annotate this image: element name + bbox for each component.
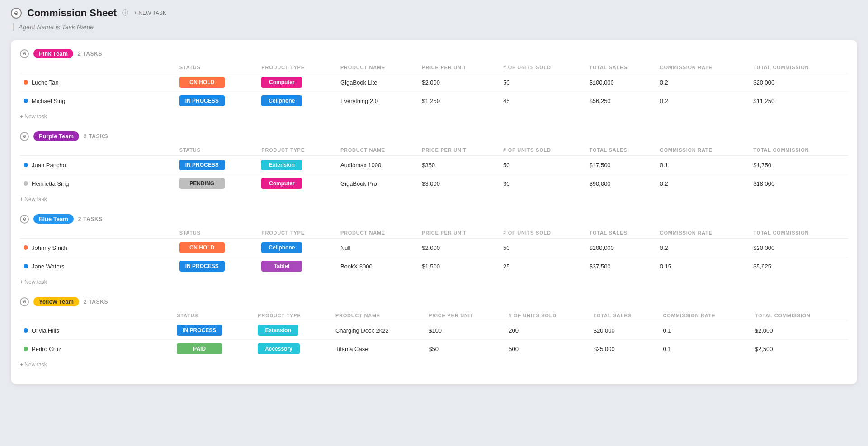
table-wrapper-purple-team: STATUSPRODUCT TYPEPRODUCT NAMEPRICE PER … (20, 145, 848, 192)
product-type-cell: Cellphone (258, 239, 337, 257)
commission-rate-cell: 0.2 (656, 239, 750, 257)
new-task-link-purple-team[interactable]: + New task (20, 195, 47, 203)
total-commission-cell: $20,000 (750, 239, 848, 257)
total-commission-cell: $20,000 (750, 73, 848, 92)
agent-name: Pedro Cruz (32, 346, 61, 352)
table-row: Jane WatersIN PROCESSTabletBookX 3000$1,… (20, 257, 848, 276)
product-type-badge[interactable]: Cellphone (261, 242, 302, 253)
info-icon[interactable]: ⓘ (122, 9, 128, 17)
group-label-purple-team: Purple Team (33, 131, 79, 141)
agent-name: Juan Pancho (32, 162, 66, 169)
new-task-link-yellow-team[interactable]: + New task (20, 361, 47, 369)
group-yellow-team: ⊖Yellow Team2 TASKSSTATUSPRODUCT TYPEPRO… (20, 297, 848, 369)
agent-dot (24, 80, 28, 85)
collapse-btn-yellow-team[interactable]: ⊖ (20, 297, 29, 306)
table-row: Henrietta SingPENDINGComputerGigaBook Pr… (20, 174, 848, 193)
page-collapse-button[interactable]: ⊖ (11, 8, 22, 19)
col-header-commission_rate: COMMISSION RATE (656, 227, 750, 239)
product-type-badge[interactable]: Computer (261, 178, 302, 189)
agent-name: Johnny Smith (32, 244, 67, 251)
col-header-price_per_unit: PRICE PER UNIT (418, 227, 500, 239)
collapse-btn-blue-team[interactable]: ⊖ (20, 215, 29, 224)
col-header-product_name: PRODUCT NAME (337, 227, 418, 239)
status-badge[interactable]: ON HOLD (179, 77, 225, 88)
col-header-status: STATUS (176, 145, 258, 156)
commission-rate-cell: 0.2 (656, 92, 750, 110)
group-header-purple-team: ⊖Purple Team2 TASKS (20, 131, 848, 141)
product-type-cell: Cellphone (258, 92, 337, 110)
col-header-product_type: PRODUCT TYPE (258, 227, 337, 239)
table-row: Juan PanchoIN PROCESSExtensionAudiomax 1… (20, 156, 848, 174)
col-header-total_sales: TOTAL SALES (586, 145, 656, 156)
table-row: Olivia HillsIN PROCESSExtensionCharging … (20, 321, 848, 340)
product-type-badge[interactable]: Cellphone (261, 95, 302, 106)
agent-cell-0-0: Lucho Tan (20, 73, 176, 92)
task-count-pink-team: 2 TASKS (78, 51, 102, 57)
col-header-price_per_unit: PRICE PER UNIT (425, 310, 505, 321)
task-count-yellow-team: 2 TASKS (84, 299, 108, 305)
status-cell: IN PROCESS (176, 156, 258, 174)
product-type-cell: Computer (258, 174, 337, 193)
price-per-unit-cell: $3,000 (418, 174, 500, 193)
status-badge[interactable]: ON HOLD (179, 242, 225, 253)
col-header-product_name: PRODUCT NAME (337, 62, 418, 73)
new-task-link-blue-team[interactable]: + New task (20, 278, 47, 286)
new-task-header-button[interactable]: + NEW TASK (134, 10, 166, 16)
col-header-total_commission: TOTAL COMMISSION (750, 227, 848, 239)
col-header-price_per_unit: PRICE PER UNIT (418, 62, 500, 73)
page-header: ⊖ Commission Sheet ⓘ + NEW TASK (11, 7, 857, 19)
col-header-units_sold: # OF UNITS SOLD (500, 62, 586, 73)
product-type-badge[interactable]: Extension (258, 325, 298, 336)
product-type-cell: Extension (254, 321, 332, 340)
units-sold-cell: 25 (500, 257, 586, 276)
col-header-commission_rate: COMMISSION RATE (656, 62, 750, 73)
table-pink-team: STATUSPRODUCT TYPEPRODUCT NAMEPRICE PER … (20, 62, 848, 110)
col-header-status: STATUS (173, 310, 254, 321)
product-type-badge[interactable]: Computer (261, 77, 302, 88)
total-commission-cell: $11,250 (750, 92, 848, 110)
price-per-unit-cell: $350 (418, 156, 500, 174)
status-badge[interactable]: IN PROCESS (179, 95, 225, 106)
group-label-yellow-team: Yellow Team (33, 297, 79, 306)
group-pink-team: ⊖Pink Team2 TASKSSTATUSPRODUCT TYPEPRODU… (20, 49, 848, 121)
commission-rate-cell: 0.1 (656, 156, 750, 174)
product-type-badge[interactable]: Extension (261, 160, 302, 170)
task-count-purple-team: 2 TASKS (84, 133, 108, 140)
group-purple-team: ⊖Purple Team2 TASKSSTATUSPRODUCT TYPEPRO… (20, 131, 848, 203)
status-badge[interactable]: IN PROCESS (177, 325, 222, 336)
total-sales-cell: $100,000 (586, 239, 656, 257)
product-type-cell: Computer (258, 73, 337, 92)
status-badge[interactable]: IN PROCESS (179, 160, 225, 170)
collapse-btn-pink-team[interactable]: ⊖ (20, 49, 29, 58)
status-badge[interactable]: PAID (177, 343, 222, 354)
table-purple-team: STATUSPRODUCT TYPEPRODUCT NAMEPRICE PER … (20, 145, 848, 192)
product-type-badge[interactable]: Accessory (258, 343, 300, 354)
col-header-total_commission: TOTAL COMMISSION (750, 145, 848, 156)
agent-dot (24, 99, 28, 103)
col-header-total_commission: TOTAL COMMISSION (751, 310, 848, 321)
col-header-product_name: PRODUCT NAME (337, 145, 418, 156)
product-name-cell: Audiomax 1000 (337, 156, 418, 174)
table-wrapper-pink-team: STATUSPRODUCT TYPEPRODUCT NAMEPRICE PER … (20, 62, 848, 110)
product-name-cell: GigaBook Pro (337, 174, 418, 193)
units-sold-cell: 30 (500, 174, 586, 193)
table-wrapper-blue-team: STATUSPRODUCT TYPEPRODUCT NAMEPRICE PER … (20, 227, 848, 275)
product-type-badge[interactable]: Tablet (261, 261, 302, 272)
new-task-link-pink-team[interactable]: + New task (20, 113, 47, 121)
agent-name: Henrietta Sing (32, 180, 69, 187)
agent-dot (24, 328, 28, 333)
commission-rate-cell: 0.1 (659, 340, 751, 358)
group-blue-team: ⊖Blue Team2 TASKSSTATUSPRODUCT TYPEPRODU… (20, 214, 848, 286)
commission-rate-cell: 0.2 (656, 174, 750, 193)
col-header-units_sold: # OF UNITS SOLD (505, 310, 590, 321)
agent-cell-2-1: Jane Waters (20, 257, 176, 276)
status-badge[interactable]: IN PROCESS (179, 261, 225, 272)
table-wrapper-yellow-team: STATUSPRODUCT TYPEPRODUCT NAMEPRICE PER … (20, 310, 848, 358)
commission-rate-cell: 0.1 (659, 321, 751, 340)
col-header-commission_rate: COMMISSION RATE (656, 145, 750, 156)
agent-dot (24, 181, 28, 186)
product-name-cell: Null (337, 239, 418, 257)
status-badge[interactable]: PENDING (179, 178, 225, 189)
collapse-btn-purple-team[interactable]: ⊖ (20, 132, 29, 141)
units-sold-cell: 45 (500, 92, 586, 110)
